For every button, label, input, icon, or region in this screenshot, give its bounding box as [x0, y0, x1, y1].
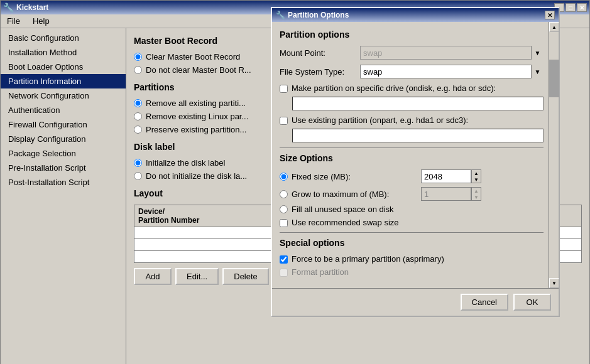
sidebar-item-installation-method[interactable]: Installation Method — [1, 45, 126, 60]
window-title: Kickstart — [16, 3, 48, 12]
partition-options-dialog: 🔧 Partition Options ✕ Partition options … — [271, 7, 560, 317]
cancel-button[interactable]: Cancel — [461, 294, 508, 311]
scrollbar-thumb[interactable] — [549, 60, 559, 97]
fill-unused-label: Fill all unused space on disk — [292, 205, 417, 214]
existing-partition-row: Use existing partition (onpart, e.g. hda… — [280, 115, 544, 125]
sidebar-item-pre-installation-script[interactable]: Pre-Installation Script — [1, 161, 126, 175]
disk-label-no-init-radio[interactable] — [134, 172, 142, 180]
dialog-title-bar: 🔧 Partition Options ✕ — [272, 8, 559, 22]
grow-max-label: Grow to maximum of (MB): — [292, 190, 417, 199]
mbr-no-clear-radio[interactable] — [134, 66, 142, 74]
partition-remove-linux-label: Remove existing Linux par... — [146, 112, 248, 121]
primary-partition-label: Force to be a primary partition (asprima… — [292, 254, 444, 264]
partition-remove-all-radio[interactable] — [134, 99, 142, 107]
divider-2 — [280, 232, 544, 233]
fixed-size-row: Fixed size (MB): ▲ ▼ — [280, 169, 544, 183]
fixed-size-spin-up[interactable]: ▲ — [472, 170, 481, 176]
fill-unused-row: Fill all unused space on disk — [280, 205, 544, 214]
grow-max-spin-down[interactable]: ▼ — [472, 194, 481, 200]
sidebar-item-boot-loader-options[interactable]: Boot Loader Options — [1, 60, 126, 74]
recommended-swap-checkbox[interactable] — [280, 219, 288, 227]
filesystem-type-select[interactable]: swap ext2 ext3 ext4 vfat xfs — [360, 65, 544, 78]
dialog-footer: Cancel OK — [272, 288, 559, 316]
fixed-size-spin-down[interactable]: ▼ — [472, 176, 481, 183]
size-options-title: Size Options — [280, 153, 544, 163]
main-window: 🔧 Kickstart _ □ ✕ File Help Basic Config… — [0, 0, 590, 364]
grow-max-spin-buttons: ▲ ▼ — [471, 187, 481, 201]
fixed-size-spinbox: ▲ ▼ — [421, 169, 481, 183]
existing-partition-input[interactable] — [292, 129, 544, 142]
sidebar-item-firewall-configuration[interactable]: Firewall Configuration — [1, 117, 126, 132]
existing-partition-checkbox[interactable] — [280, 117, 288, 125]
mount-point-select-wrapper: swap ▼ — [360, 46, 544, 60]
filesystem-type-select-wrapper: swap ext2 ext3 ext4 vfat xfs ▼ — [360, 65, 544, 78]
sidebar-item-post-installation-script[interactable]: Post-Installation Script — [1, 175, 126, 190]
menu-file[interactable]: File — [3, 15, 24, 27]
primary-partition-checkbox[interactable] — [280, 255, 288, 264]
grow-max-input — [421, 187, 471, 201]
close-button[interactable]: ✕ — [577, 3, 587, 12]
disk-label-init-radio[interactable] — [134, 159, 142, 167]
special-options-title: Special options — [280, 238, 544, 248]
divider-1 — [280, 147, 544, 148]
existing-partition-label: Use existing partition (onpart, e.g. hda… — [292, 115, 468, 125]
scrollbar-up-button[interactable]: ▲ — [549, 22, 559, 32]
sidebar-item-partition-information[interactable]: Partition Information — [1, 74, 126, 88]
app-icon: 🔧 — [3, 3, 14, 13]
specific-drive-input[interactable] — [292, 97, 544, 110]
primary-partition-row: Force to be a primary partition (asprima… — [280, 254, 544, 264]
fixed-size-label: Fixed size (MB): — [292, 172, 417, 181]
sidebar-item-package-selection[interactable]: Package Selection — [1, 146, 126, 161]
fixed-size-radio[interactable] — [280, 173, 288, 181]
disk-label-no-init-label: Do not initialize the disk la... — [146, 171, 247, 181]
format-partition-checkbox — [280, 269, 288, 277]
format-partition-label: Format partition — [292, 267, 349, 277]
dialog-icon: 🔧 — [276, 11, 285, 19]
fixed-size-spin-buttons: ▲ ▼ — [471, 169, 481, 183]
dialog-scrollbar[interactable]: ▲ ▼ — [549, 22, 559, 288]
sidebar-item-display-configuration[interactable]: Display Configuration — [1, 132, 126, 146]
grow-max-spin-up[interactable]: ▲ — [472, 188, 481, 194]
sidebar-item-authentication[interactable]: Authentication — [1, 103, 126, 117]
filesystem-type-label: File System Type: — [280, 67, 355, 77]
specific-drive-row: Make partition on specific drive (ondisk… — [280, 83, 544, 93]
mount-point-label: Mount Point: — [280, 48, 355, 58]
add-button[interactable]: Add — [134, 268, 172, 285]
menu-help[interactable]: Help — [29, 15, 53, 27]
dialog-body: Partition options Mount Point: swap ▼ Fi… — [272, 22, 559, 288]
recommended-swap-row: Use recommended swap size — [280, 218, 544, 227]
fill-unused-radio[interactable] — [280, 205, 288, 213]
recommended-swap-label: Use recommended swap size — [292, 218, 399, 227]
partition-preserve-radio[interactable] — [134, 126, 142, 134]
mbr-no-clear-label: Do not clear Master Boot R... — [146, 65, 251, 75]
mount-point-select[interactable]: swap — [360, 46, 544, 60]
partition-preserve-label: Preserve existing partition... — [146, 125, 246, 134]
mbr-clear-radio[interactable] — [134, 53, 142, 61]
mbr-clear-label: Clear Master Boot Record — [146, 52, 240, 62]
maximize-button[interactable]: □ — [565, 3, 576, 12]
specific-drive-checkbox[interactable] — [280, 85, 288, 93]
ok-button[interactable]: OK — [513, 294, 551, 311]
scrollbar-down-button[interactable]: ▼ — [549, 278, 559, 288]
format-partition-row: Format partition — [280, 267, 544, 277]
grow-max-spinbox: ▲ ▼ — [421, 187, 481, 201]
specific-drive-label: Make partition on specific drive (ondisk… — [292, 83, 496, 93]
sidebar: Basic Configuration Installation Method … — [1, 28, 126, 364]
dialog-title: Partition Options — [288, 11, 349, 19]
partition-options-title: Partition options — [280, 29, 544, 40]
dialog-content-area: Partition options Mount Point: swap ▼ Fi… — [272, 22, 559, 288]
partition-remove-all-label: Remove all existing partiti... — [146, 99, 246, 108]
fixed-size-input[interactable] — [421, 169, 471, 183]
disk-label-init-label: Initialize the disk label — [146, 158, 225, 168]
sidebar-item-network-configuration[interactable]: Network Configuration — [1, 88, 126, 103]
grow-max-row: Grow to maximum of (MB): ▲ ▼ — [280, 187, 544, 201]
sidebar-item-basic-configuration[interactable]: Basic Configuration — [1, 31, 126, 45]
partition-remove-linux-radio[interactable] — [134, 112, 142, 120]
delete-button[interactable]: Delete — [222, 268, 269, 285]
mount-point-row: Mount Point: swap ▼ — [280, 46, 544, 60]
dialog-close-button[interactable]: ✕ — [545, 11, 555, 19]
grow-max-radio[interactable] — [280, 190, 288, 198]
edit-button[interactable]: Edit... — [175, 268, 219, 285]
filesystem-type-row: File System Type: swap ext2 ext3 ext4 vf… — [280, 65, 544, 78]
